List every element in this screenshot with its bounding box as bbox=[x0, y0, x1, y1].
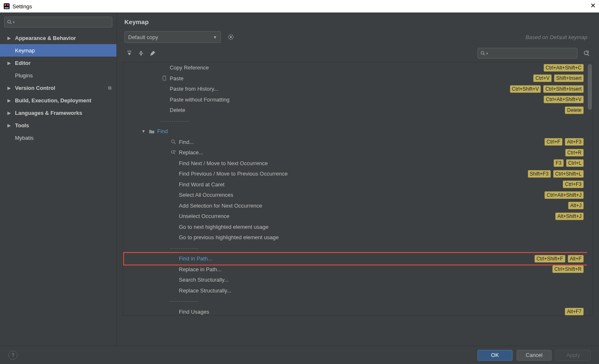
sidebar-item-version-control[interactable]: ▶Version Control⧉ bbox=[0, 82, 116, 94]
tree-item[interactable]: Find UsagesAlt+F7 bbox=[123, 307, 587, 316]
sidebar-item-label: Mybatis bbox=[15, 135, 34, 141]
actions-search[interactable]: ▾ bbox=[478, 48, 577, 59]
shortcut-badge: Alt+Shift+J bbox=[555, 213, 584, 220]
sidebar-item-build-execution-deployment[interactable]: ▶Build, Execution, Deployment bbox=[0, 94, 116, 106]
collapse-all-icon[interactable] bbox=[136, 48, 146, 58]
tree-item[interactable]: Find Previous / Move to Previous Occurre… bbox=[123, 168, 587, 179]
shortcut-group: Ctrl+FAlt+F3 bbox=[545, 138, 584, 146]
app-icon bbox=[3, 3, 10, 10]
chevron-down-icon: ▼ bbox=[141, 129, 146, 134]
shortcut-group: Ctrl+R bbox=[565, 149, 584, 156]
sidebar-item-languages-frameworks[interactable]: ▶Languages & Frameworks bbox=[0, 106, 116, 119]
svg-line-11 bbox=[229, 35, 230, 36]
tree-item-label: Search Structurally... bbox=[179, 277, 229, 283]
tree-item[interactable]: Copy ReferenceCtrl+Alt+Shift+C bbox=[123, 62, 587, 73]
svg-point-31 bbox=[174, 150, 176, 152]
tree-item-label: Find Next / Move to Next Occurrence bbox=[179, 160, 268, 166]
chevron-right-icon: ▶ bbox=[7, 123, 12, 128]
tree-item[interactable]: Paste without FormattingCtrl+Alt+Shift+V bbox=[123, 94, 587, 105]
shortcut-badge: Ctrl+Shift+V bbox=[510, 85, 541, 93]
tree-item[interactable]: DeleteDelete bbox=[123, 105, 587, 116]
shortcut-badge: Shift+F3 bbox=[528, 170, 551, 178]
svg-marker-16 bbox=[128, 53, 131, 55]
scrollbar[interactable] bbox=[587, 62, 593, 315]
shortcut-group: Ctrl+Shift+FAlt+F bbox=[535, 255, 584, 262]
tree-item[interactable]: Replace Structurally... bbox=[123, 285, 587, 296]
chevron-right-icon: ▶ bbox=[7, 98, 12, 103]
window-title: Settings bbox=[12, 3, 32, 10]
tree-item[interactable]: Find in Path...Ctrl+Shift+FAlt+F bbox=[123, 253, 587, 264]
sidebar-item-label: Version Control bbox=[15, 85, 55, 91]
sidebar-item-label: Plugins bbox=[15, 72, 33, 79]
tree-item[interactable]: Find Next / Move to Next OccurrenceF3Ctr… bbox=[123, 158, 587, 169]
svg-point-24 bbox=[587, 51, 589, 52]
tree-separator: ------------- bbox=[123, 243, 587, 254]
tree-item[interactable]: Replace in Path...Ctrl+Shift+R bbox=[123, 264, 587, 275]
tree-item[interactable]: Unselect OccurrenceAlt+Shift+J bbox=[123, 211, 587, 222]
tree-item-label: Paste bbox=[170, 75, 183, 82]
sidebar-search[interactable]: ▾ bbox=[4, 17, 112, 27]
tree-item-label: Go to next highlighted element usage bbox=[179, 224, 268, 230]
sidebar-item-label: Tools bbox=[15, 122, 29, 129]
tree-item[interactable]: Go to next highlighted element usage bbox=[123, 222, 587, 233]
tree-item-label: Add Selection for Next Occurrence bbox=[179, 203, 262, 209]
svg-rect-3 bbox=[5, 7, 9, 8]
shortcut-badge: Ctrl+Shift+F bbox=[535, 255, 565, 262]
tree-group-find[interactable]: ▼Find bbox=[123, 126, 587, 137]
separator-text: ------------- bbox=[170, 245, 198, 251]
keymap-select[interactable]: Default copy ▼ bbox=[124, 31, 221, 43]
svg-point-4 bbox=[8, 20, 11, 23]
titlebar: Settings ✕ bbox=[0, 0, 599, 12]
sidebar-item-keymap[interactable]: Keymap bbox=[0, 44, 116, 57]
shortcut-badge: Alt+J bbox=[568, 202, 584, 209]
shortcut-badge: Ctrl+Alt+Shift+V bbox=[544, 96, 584, 103]
shortcut-badge: Ctrl+Shift+Insert bbox=[543, 85, 584, 93]
tree-item[interactable]: Search Structurally... bbox=[123, 275, 587, 285]
tree-item[interactable]: Add Selection for Next OccurrenceAlt+J bbox=[123, 201, 587, 211]
tree-item[interactable]: Select All OccurrencesCtrl+Alt+Shift+J bbox=[123, 190, 587, 201]
tree-item[interactable]: Paste from History...Ctrl+Shift+VCtrl+Sh… bbox=[123, 84, 587, 94]
chevron-right-icon: ▶ bbox=[7, 111, 12, 115]
shortcut-group: F3Ctrl+L bbox=[554, 159, 584, 167]
shortcut-group: Shift+F3Ctrl+Shift+L bbox=[528, 170, 584, 178]
keymap-select-value: Default copy bbox=[128, 34, 158, 40]
tree-item-label: Delete bbox=[170, 107, 186, 113]
tree-item[interactable]: Replace...Ctrl+R bbox=[123, 147, 587, 158]
sidebar-item-label: Appearance & Behavior bbox=[15, 35, 76, 41]
tree-item-label: Select All Occurrences bbox=[179, 192, 233, 198]
shortcut-group: Alt+F7 bbox=[565, 308, 584, 315]
based-on-label: Based on Default keymap bbox=[525, 34, 592, 40]
tree-item-label: Paste without Formatting bbox=[170, 97, 230, 103]
tree-item[interactable]: Go to previous highlighted element usage bbox=[123, 232, 587, 243]
replace-icon bbox=[170, 150, 177, 156]
tree-separator: ------------- bbox=[123, 296, 587, 307]
sidebar-item-appearance-behavior[interactable]: ▶Appearance & Behavior bbox=[0, 32, 116, 44]
sidebar: ▾ ▶Appearance & BehaviorKeymap▶EditorPlu… bbox=[0, 12, 117, 346]
gear-icon[interactable] bbox=[228, 34, 234, 40]
svg-point-6 bbox=[230, 36, 232, 38]
svg-line-12 bbox=[232, 38, 233, 39]
find-by-shortcut-icon[interactable] bbox=[582, 50, 592, 57]
tree-item-label: Find... bbox=[179, 139, 194, 145]
sidebar-item-mybatis[interactable]: Mybatis bbox=[0, 131, 116, 144]
close-icon[interactable]: ✕ bbox=[590, 2, 596, 10]
tree-item[interactable]: PasteCtrl+VShift+Insert bbox=[123, 73, 587, 84]
sidebar-item-label: Languages & Frameworks bbox=[15, 110, 82, 116]
tree-item-label: Find Usages bbox=[179, 309, 209, 315]
tree-item[interactable]: Find Word at CaretCtrl+F3 bbox=[123, 179, 587, 190]
sidebar-item-tools[interactable]: ▶Tools bbox=[0, 119, 116, 131]
ok-button[interactable]: OK bbox=[478, 350, 512, 361]
expand-all-icon[interactable] bbox=[124, 48, 134, 58]
edit-icon[interactable] bbox=[148, 48, 158, 58]
apply-button[interactable]: Apply bbox=[556, 350, 591, 361]
sidebar-item-plugins[interactable]: Plugins bbox=[0, 69, 116, 82]
cancel-button[interactable]: Cancel bbox=[517, 350, 552, 361]
search-icon bbox=[170, 139, 177, 145]
shortcut-badge: Ctrl+Shift+R bbox=[552, 265, 584, 273]
tree-item[interactable]: Find...Ctrl+FAlt+F3 bbox=[123, 137, 587, 148]
search-icon bbox=[7, 20, 12, 25]
sidebar-item-editor[interactable]: ▶Editor bbox=[0, 57, 116, 69]
shortcut-group: Ctrl+Alt+Shift+C bbox=[544, 64, 584, 72]
shortcut-badge: Alt+F3 bbox=[565, 138, 584, 146]
help-button[interactable]: ? bbox=[8, 351, 17, 360]
